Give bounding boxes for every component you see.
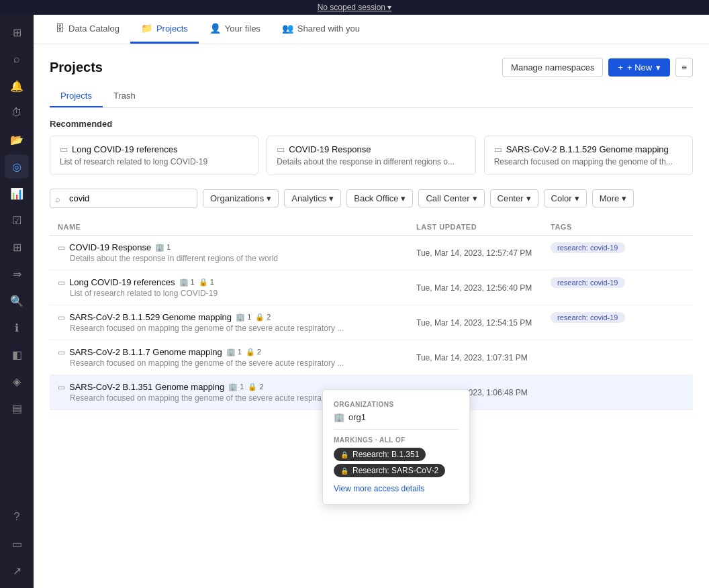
row-desc-2: Research focused on mapping the genome o… bbox=[70, 324, 416, 333]
table-row[interactable]: ▭ SARS-CoV-2 B.1.1.529 Genome mapping 🏢 … bbox=[50, 305, 693, 340]
sidebar-icon-question[interactable]: ? bbox=[5, 505, 29, 529]
rec-card-icon-0: ▭ bbox=[60, 144, 68, 154]
row-markings-3: 🔒 2 bbox=[246, 348, 261, 356]
filter-organizations[interactable]: Organizations ▾ bbox=[203, 189, 279, 207]
row-date-3: Tue, Mar 14, 2023, 1:07:31 PM bbox=[416, 347, 551, 368]
sidebar-icon-search[interactable]: ⌕ bbox=[5, 47, 29, 71]
rec-card-title-1: COVID-19 Response bbox=[289, 144, 371, 154]
tab-your-files[interactable]: 👤 Your files bbox=[199, 15, 271, 44]
sidebar-icon-external[interactable]: ↗ bbox=[5, 558, 29, 583]
tab-shared-with-you[interactable]: 👥 Shared with you bbox=[271, 15, 371, 44]
filter-more[interactable]: More ▾ bbox=[592, 189, 634, 207]
col-tags: TAGS bbox=[551, 223, 685, 231]
call-center-label: Call Center bbox=[426, 193, 469, 203]
row-icon-2: ▭ bbox=[58, 313, 65, 322]
row-name-1: Long COVID-19 references bbox=[69, 277, 175, 287]
sidebar-icon-info[interactable]: ℹ bbox=[5, 315, 29, 340]
sidebar-icon-chart[interactable]: 📊 bbox=[5, 181, 29, 205]
new-dropdown-icon: ▾ bbox=[656, 62, 661, 72]
manage-namespaces-button[interactable]: Manage namespaces bbox=[502, 58, 603, 77]
analytics-label: Analytics bbox=[291, 193, 326, 203]
filter-center[interactable]: Center ▾ bbox=[490, 189, 538, 207]
tooltip-org-icon: 🏢 bbox=[334, 412, 344, 422]
col-last-updated: LAST UPDATED bbox=[416, 223, 551, 231]
new-button[interactable]: + + New ▾ bbox=[608, 58, 670, 77]
row-date-1: Tue, Mar 14, 2023, 12:56:40 PM bbox=[416, 277, 551, 298]
sidebar-icon-clock[interactable]: ⏱ bbox=[5, 101, 29, 125]
row-icon-3: ▭ bbox=[58, 348, 65, 357]
sidebar-icon-stack[interactable]: ▤ bbox=[5, 396, 29, 420]
center-chevron: ▾ bbox=[526, 193, 531, 203]
sidebar-icon-rect[interactable]: ▭ bbox=[5, 532, 29, 556]
tooltip-org-name: org1 bbox=[348, 412, 366, 422]
row-date-0: Tue, Mar 14, 2023, 12:57:47 PM bbox=[416, 242, 551, 263]
your-files-icon: 👤 bbox=[209, 23, 221, 34]
row-orgs-4: 🏢 1 bbox=[228, 383, 244, 391]
col-name: NAME bbox=[58, 223, 416, 231]
tab-your-files-label: Your files bbox=[225, 23, 261, 34]
center-label: Center bbox=[498, 193, 524, 203]
row-desc-0: Details about the response in different … bbox=[70, 254, 416, 263]
marking-icon-1: 🔒 bbox=[340, 467, 348, 475]
sidebar-icon-checklist[interactable]: ☑ bbox=[5, 208, 29, 232]
tooltip-divider bbox=[334, 429, 459, 430]
table-row[interactable]: ▭ SARS-CoV-2 B.1.1.7 Genome mapping 🏢 1 … bbox=[50, 340, 693, 375]
table-row[interactable]: ▭ COVID-19 Response 🏢 1 Details about th… bbox=[50, 236, 693, 271]
row-tag-3 bbox=[551, 347, 685, 368]
tab-data-catalog-label: Data Catalog bbox=[68, 23, 120, 34]
rec-card-icon-2: ▭ bbox=[494, 144, 502, 154]
nav-tabs: 🗄 Data Catalog 📁 Projects 👤 Your files 👥… bbox=[34, 15, 709, 44]
sub-tab-projects[interactable]: Projects bbox=[50, 85, 103, 107]
sidebar-icon-home[interactable]: ⊞ bbox=[5, 20, 29, 44]
sidebar-icon-bell[interactable]: 🔔 bbox=[5, 74, 29, 98]
projects-icon: 📁 bbox=[141, 23, 152, 34]
sidebar-icon-cube[interactable]: ◈ bbox=[5, 369, 29, 393]
back-office-chevron: ▾ bbox=[401, 193, 406, 203]
tooltip-orgs-title: ORGANIZATIONS bbox=[334, 401, 459, 408]
sidebar-icon-folder[interactable]: 📂 bbox=[5, 128, 29, 152]
rec-card-long-covid[interactable]: ▭ Long COVID-19 references List of resea… bbox=[50, 136, 258, 175]
sidebar-icon-arrow[interactable]: ⇒ bbox=[5, 262, 29, 286]
tab-data-catalog[interactable]: 🗄 Data Catalog bbox=[44, 15, 130, 44]
row-name-4: SARS-CoV-2 B.1.351 Genome mapping bbox=[69, 382, 224, 392]
rec-card-covid-response[interactable]: ▭ COVID-19 Response Details about the re… bbox=[267, 136, 475, 175]
rec-card-title-2: SARS-CoV-2 B.1.1.529 Genome mapping bbox=[506, 144, 669, 154]
row-tag-1: research: covid-19 bbox=[551, 277, 685, 298]
row-orgs-0: 🏢 1 bbox=[155, 243, 171, 252]
tooltip-marking-1: 🔒 Research: SARS-CoV-2 bbox=[334, 464, 445, 477]
no-scoped-session-bar[interactable]: No scoped session ▾ bbox=[0, 0, 709, 15]
recommended-title: Recommended bbox=[50, 119, 693, 129]
call-center-chevron: ▾ bbox=[473, 193, 477, 203]
sidebar-icon-layers[interactable]: ◧ bbox=[5, 342, 29, 366]
rec-card-sars-genome[interactable]: ▭ SARS-CoV-2 B.1.1.529 Genome mapping Re… bbox=[484, 136, 693, 175]
view-more-access-link[interactable]: View more access details bbox=[334, 484, 459, 493]
row-tag-2: research: covid-19 bbox=[551, 312, 685, 333]
back-office-label: Back Office bbox=[354, 193, 398, 203]
search-input[interactable] bbox=[50, 189, 197, 208]
filter-color[interactable]: Color ▾ bbox=[544, 189, 587, 207]
table-header: NAME LAST UPDATED TAGS bbox=[50, 219, 693, 236]
tab-projects[interactable]: 📁 Projects bbox=[130, 15, 199, 44]
rec-card-desc-1: Details about the response in different … bbox=[277, 157, 465, 166]
filter-back-office[interactable]: Back Office ▾ bbox=[346, 189, 413, 207]
tooltip-marking-0: 🔒 Research: B.1.351 bbox=[334, 448, 426, 461]
marking-icon-0: 🔒 bbox=[340, 451, 348, 458]
session-label: No scoped session ▾ bbox=[318, 3, 392, 12]
sidebar-icon-magnify[interactable]: 🔍 bbox=[5, 289, 29, 313]
filter-analytics[interactable]: Analytics ▾ bbox=[284, 189, 341, 207]
sidebar-icon-grid[interactable]: ⊞ bbox=[5, 235, 29, 259]
header-actions: Manage namespaces + + New ▾ ≡ bbox=[502, 58, 693, 77]
table-row[interactable]: ▭ Long COVID-19 references 🏢 1 🔒 1 List … bbox=[50, 271, 693, 305]
rec-card-icon-1: ▭ bbox=[277, 144, 285, 154]
marking-label-0: Research: B.1.351 bbox=[352, 450, 419, 459]
row-icon-0: ▭ bbox=[58, 243, 65, 252]
view-toggle-button[interactable]: ≡ bbox=[675, 58, 693, 77]
row-name-2: SARS-CoV-2 B.1.1.529 Genome mapping bbox=[69, 312, 232, 322]
access-tooltip: ORGANIZATIONS 🏢 org1 MARKINGS · All of 🔒… bbox=[322, 389, 470, 505]
tooltip-org: 🏢 org1 bbox=[334, 412, 459, 422]
row-date-2: Tue, Mar 14, 2023, 12:54:15 PM bbox=[416, 312, 551, 333]
row-icon-1: ▭ bbox=[58, 278, 65, 287]
filter-call-center[interactable]: Call Center ▾ bbox=[418, 189, 484, 207]
sub-tab-trash[interactable]: Trash bbox=[103, 85, 146, 107]
sidebar-icon-compass[interactable]: ◎ bbox=[5, 154, 29, 179]
